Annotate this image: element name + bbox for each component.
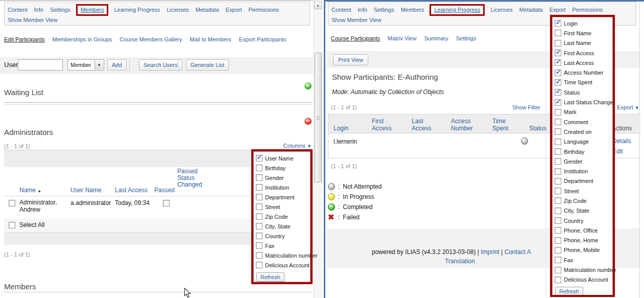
imprint-link[interactable]: Imprint: [481, 248, 499, 256]
scrollbar-thumb[interactable]: [315, 53, 322, 182]
checkbox[interactable]: [256, 155, 263, 162]
contact-link[interactable]: Contact A: [505, 248, 531, 256]
checkbox[interactable]: [555, 247, 561, 254]
tab-settings[interactable]: Settings: [374, 7, 394, 13]
checkbox[interactable]: [555, 277, 561, 283]
chevron-down-icon[interactable]: ▼: [94, 60, 103, 70]
checkbox[interactable]: [555, 20, 561, 27]
column-option-zip-code[interactable]: Zip Code: [254, 212, 310, 221]
col-header-passed-status-changed[interactable]: Passed Status Changed: [177, 168, 202, 188]
checkbox[interactable]: [256, 174, 263, 181]
columns-link[interactable]: Columns: [283, 143, 305, 149]
column-option-country[interactable]: Country: [553, 216, 612, 225]
column-option-institution[interactable]: Institution: [254, 182, 310, 192]
columns-dropdown-toggle[interactable]: Columns ▼: [240, 143, 312, 149]
tab-learning-progress[interactable]: Learning Progress: [114, 7, 160, 13]
checkbox[interactable]: [555, 197, 561, 204]
left-show-member-view-link[interactable]: Show Member View: [8, 17, 58, 23]
checkbox[interactable]: [555, 227, 561, 234]
subtab-settings[interactable]: Settings: [456, 35, 476, 41]
column-option-phone-home[interactable]: Phone, Home: [553, 236, 612, 245]
checkbox[interactable]: [555, 30, 561, 36]
tab-info[interactable]: Info: [34, 7, 43, 13]
passed-checkbox[interactable]: [163, 200, 170, 207]
column-option-user-name[interactable]: User Name: [254, 153, 310, 163]
subtab-summary[interactable]: Summary: [424, 35, 448, 41]
add-button[interactable]: Add: [107, 59, 127, 71]
column-option-language[interactable]: Language: [553, 137, 612, 147]
subtab-course-participants[interactable]: Course Participants: [331, 35, 380, 41]
tab-permissions[interactable]: Permissions: [248, 7, 279, 13]
column-option-status[interactable]: Status: [553, 87, 612, 97]
column-option-comment[interactable]: Comment: [553, 117, 612, 127]
column-option-city-state[interactable]: City, State: [254, 221, 310, 231]
checkbox[interactable]: [555, 188, 561, 194]
checkbox[interactable]: [256, 165, 263, 171]
tab-content[interactable]: Content: [331, 7, 351, 13]
column-option-last-status-change[interactable]: Last Status Change: [553, 97, 612, 107]
column-option-delicious-account[interactable]: Delicious Account: [553, 275, 612, 285]
add-plus-icon[interactable]: +: [304, 82, 312, 89]
checkbox[interactable]: [555, 217, 561, 224]
subtab-matrix-view[interactable]: Matrix View: [388, 35, 417, 41]
subtab-course-members-gallery[interactable]: Course Members Gallery: [120, 36, 182, 42]
role-select[interactable]: Member ▼: [67, 59, 104, 71]
column-option-last-name[interactable]: Last Name: [553, 38, 612, 48]
lp-col-header-login[interactable]: Login: [333, 125, 348, 132]
checkbox[interactable]: [555, 257, 561, 263]
tab-learning-progress[interactable]: Learning Progress: [430, 4, 485, 16]
column-option-login[interactable]: Login: [553, 18, 612, 28]
export-link[interactable]: Export: [617, 104, 633, 110]
refresh-button[interactable]: Refresh: [256, 272, 284, 282]
details-link[interactable]: Details: [612, 137, 631, 145]
select-all-checkbox[interactable]: [9, 222, 15, 228]
checkbox[interactable]: [555, 178, 561, 185]
checkbox[interactable]: [256, 203, 263, 210]
column-option-department[interactable]: Department: [254, 192, 310, 202]
lp-col-header-last-access[interactable]: LastAccess: [412, 118, 432, 132]
show-filter-link[interactable]: Show Filter: [512, 104, 540, 110]
checkbox[interactable]: [256, 194, 263, 200]
column-option-time-spent[interactable]: Time Spent: [553, 78, 612, 87]
checkbox[interactable]: [555, 59, 561, 66]
checkbox[interactable]: [555, 119, 561, 125]
column-option-gender[interactable]: Gender: [254, 173, 310, 182]
checkbox[interactable]: [555, 237, 561, 244]
col-header-name[interactable]: Name ▲: [19, 187, 41, 194]
export-dropdown-toggle[interactable]: Export ▼: [617, 104, 639, 110]
tab-members[interactable]: Members: [401, 7, 424, 13]
column-option-gender[interactable]: Gender: [553, 156, 612, 166]
column-option-mark[interactable]: Mark: [553, 107, 612, 117]
column-option-city-state[interactable]: City, State: [553, 206, 612, 216]
right-show-member-view-link[interactable]: Show Member View: [331, 17, 381, 23]
tab-licenses[interactable]: Licenses: [166, 7, 188, 13]
print-view-button[interactable]: Print View: [333, 54, 368, 65]
column-option-matriculation-number[interactable]: Matriculation number: [553, 265, 612, 274]
search-users-button[interactable]: Search Users: [139, 59, 182, 71]
column-option-delicious-account[interactable]: Delicious Account: [254, 260, 310, 270]
column-option-phone-mobile[interactable]: Phone, Mobile: [553, 245, 612, 255]
col-header-user-name[interactable]: User Name: [70, 187, 102, 194]
checkbox[interactable]: [555, 109, 561, 116]
tab-metadata[interactable]: Metadata: [196, 7, 219, 13]
checkbox[interactable]: [555, 89, 561, 96]
column-option-birthday[interactable]: Birthday: [553, 147, 612, 156]
checkbox[interactable]: [256, 262, 263, 268]
subtab-memberships-in-groups[interactable]: Memberships in Groups: [52, 36, 112, 42]
edit-link[interactable]: Edit: [612, 148, 623, 155]
column-option-fax[interactable]: Fax: [254, 241, 310, 250]
subtab-edit-participants[interactable]: Edit Participants: [4, 36, 44, 42]
checkbox[interactable]: [555, 50, 561, 56]
column-option-birthday[interactable]: Birthday: [254, 163, 310, 173]
checkbox[interactable]: [555, 168, 561, 175]
column-option-street[interactable]: Street: [553, 186, 612, 196]
column-option-created-on[interactable]: Created on: [553, 127, 612, 136]
column-option-fax[interactable]: Fax: [553, 255, 612, 265]
generate-list-button[interactable]: Generate List: [186, 59, 229, 71]
column-option-last-access[interactable]: Last Access: [553, 58, 612, 67]
scroll-up-icon[interactable]: ▲: [314, 1, 322, 9]
col-header-passed[interactable]: Passed: [154, 187, 175, 194]
user-input[interactable]: [18, 59, 63, 71]
lp-col-header-access-number[interactable]: AccessNumber: [451, 118, 473, 132]
checkbox[interactable]: [555, 139, 561, 145]
